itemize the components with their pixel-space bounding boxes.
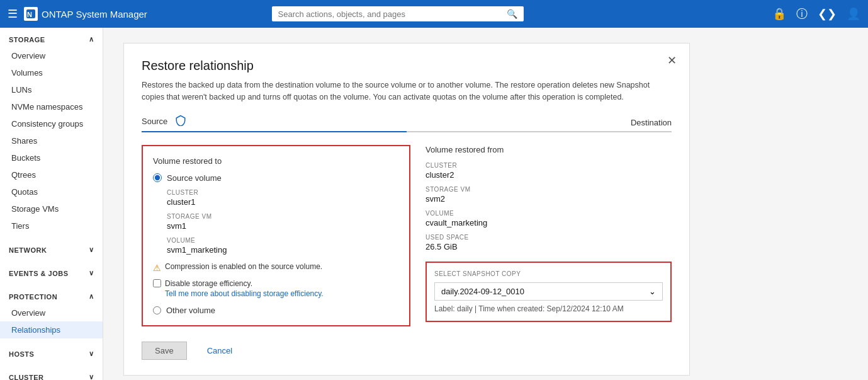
disable-efficiency-checkbox[interactable]: [153, 279, 161, 287]
sidebar-item-storage-vms[interactable]: Storage VMs: [0, 200, 103, 217]
cluster-section: CLUSTER ∨: [0, 366, 103, 380]
sidebar-item-overview[interactable]: Overview: [0, 47, 103, 64]
svg-text:N: N: [27, 11, 32, 18]
sidebar-item-tiers[interactable]: Tiers: [0, 217, 103, 234]
sidebar-item-volumes[interactable]: Volumes: [0, 64, 103, 81]
storage-vm-field-label: STORAGE VM: [167, 213, 399, 220]
other-volume-label: Other volume: [166, 306, 215, 315]
source-destination-row: Source Destination: [142, 115, 672, 132]
user-icon[interactable]: 👤: [847, 7, 860, 21]
other-volume-radio[interactable]: [153, 306, 161, 314]
dialog-title: Restore relationship: [142, 59, 672, 73]
cluster-field-label: CLUSTER: [167, 189, 399, 196]
two-col-layout: Volume restored to Source volume CLUSTER…: [142, 145, 672, 326]
sidebar-item-buckets[interactable]: Buckets: [0, 149, 103, 166]
content-area: ✕ Restore relationship Restores the back…: [103, 28, 868, 380]
events-section-header[interactable]: EVENTS & JOBS ∨: [0, 265, 103, 281]
warning-text: Compression is enabled on the source vol…: [165, 262, 322, 271]
source-volume-option[interactable]: Source volume: [153, 173, 399, 183]
cluster-collapse-icon: ∨: [89, 373, 94, 380]
lock-icon[interactable]: 🔒: [772, 7, 786, 21]
shield-icon: [175, 115, 186, 129]
hosts-section: HOSTS ∨: [0, 342, 103, 366]
storage-collapse-icon: ∧: [89, 35, 94, 43]
protection-label: PROTECTION: [9, 293, 57, 301]
destination-header: Destination: [407, 115, 672, 132]
events-collapse-icon: ∨: [89, 269, 94, 277]
sidebar-item-protection-overview[interactable]: Overview: [0, 304, 103, 321]
sidebar-item-luns[interactable]: LUNs: [0, 81, 103, 98]
search-icon: 🔍: [507, 9, 517, 19]
dest-cluster-label: CLUSTER: [426, 162, 672, 169]
volume-field-value: svm1_marketing: [167, 245, 399, 255]
other-volume-option[interactable]: Other volume: [153, 306, 399, 315]
storage-section-header[interactable]: STORAGE ∧: [0, 32, 103, 47]
tell-me-more-link[interactable]: Tell me more about disabling storage eff…: [165, 289, 399, 298]
source-volume-details: CLUSTER cluster1 STORAGE VM svm1 VOLUME …: [153, 189, 399, 255]
network-section-header[interactable]: NETWORK ∨: [0, 242, 103, 258]
logo-icon: N: [24, 7, 38, 21]
protection-collapse-icon: ∧: [89, 292, 94, 301]
dest-storage-vm-value: svm2: [426, 194, 672, 204]
main-layout: STORAGE ∧ Overview Volumes LUNs NVMe nam…: [0, 28, 868, 380]
snapshot-selected-value: daily.2024-09-12_0010: [441, 287, 524, 296]
storage-section: STORAGE ∧ Overview Volumes LUNs NVMe nam…: [0, 28, 103, 238]
used-space-label: USED SPACE: [426, 234, 672, 241]
app-logo: N ONTAP System Manager: [24, 7, 147, 21]
cluster-section-header[interactable]: CLUSTER ∨: [0, 369, 103, 380]
hosts-section-header[interactable]: HOSTS ∨: [0, 346, 103, 362]
hosts-collapse-icon: ∨: [89, 350, 94, 358]
destination-label: Destination: [631, 118, 672, 127]
network-label: NETWORK: [9, 246, 47, 254]
search-bar[interactable]: 🔍: [272, 6, 524, 21]
cluster-field-value: cluster1: [167, 197, 399, 207]
top-navigation: ☰ N ONTAP System Manager 🔍 🔒 ⓘ ❮❯ 👤: [0, 0, 868, 28]
warning-box: ⚠ Compression is enabled on the source v…: [153, 262, 399, 273]
network-section: NETWORK ∨: [0, 238, 103, 262]
help-icon[interactable]: ⓘ: [796, 6, 808, 21]
sidebar-item-relationships[interactable]: Relationships: [0, 321, 103, 338]
disable-efficiency-row[interactable]: Disable storage efficiency.: [153, 279, 399, 288]
used-space-value: 26.5 GiB: [426, 242, 672, 251]
protection-section: PROTECTION ∧ Overview Relationships: [0, 285, 103, 342]
search-input[interactable]: [278, 9, 503, 19]
source-volume-label: Source volume: [167, 173, 222, 183]
events-section: EVENTS & JOBS ∨: [0, 262, 103, 285]
dest-cluster-value: cluster2: [426, 170, 672, 180]
cancel-button[interactable]: Cancel: [194, 342, 245, 360]
sidebar-item-consistency-groups[interactable]: Consistency groups: [0, 115, 103, 132]
destination-box: Volume restored from CLUSTER cluster2 ST…: [426, 145, 672, 326]
warning-icon: ⚠: [153, 263, 161, 273]
sidebar: STORAGE ∧ Overview Volumes LUNs NVMe nam…: [0, 28, 103, 380]
protection-section-header[interactable]: PROTECTION ∧: [0, 289, 103, 304]
dialog-description: Restores the backed up data from the des…: [142, 79, 672, 103]
nav-right: 🔒 ⓘ ❮❯ 👤: [772, 6, 860, 21]
code-icon[interactable]: ❮❯: [818, 7, 837, 21]
snapshot-select-dropdown[interactable]: daily.2024-09-12_0010 ⌄: [434, 282, 663, 301]
events-label: EVENTS & JOBS: [9, 270, 69, 277]
sidebar-item-qtrees[interactable]: Qtrees: [0, 166, 103, 183]
chevron-down-icon: ⌄: [649, 287, 656, 296]
dest-storage-vm-label: STORAGE VM: [426, 186, 672, 193]
sidebar-item-nvme[interactable]: NVMe namespaces: [0, 98, 103, 115]
nav-left: ☰ N ONTAP System Manager: [8, 7, 147, 21]
hamburger-menu[interactable]: ☰: [8, 7, 18, 21]
source-box: Volume restored to Source volume CLUSTER…: [142, 145, 410, 326]
restore-relationship-dialog: ✕ Restore relationship Restores the back…: [123, 43, 690, 376]
snapshot-info: Label: daily | Time when created: Sep/12…: [434, 304, 663, 313]
source-volume-radio[interactable]: [153, 173, 162, 182]
storage-label: STORAGE: [9, 36, 45, 43]
storage-vm-field-value: svm1: [167, 221, 399, 231]
sidebar-item-shares[interactable]: Shares: [0, 132, 103, 149]
close-button[interactable]: ✕: [667, 54, 677, 67]
app-title: ONTAP System Manager: [42, 9, 147, 20]
snapshot-section: SELECT SNAPSHOT COPY daily.2024-09-12_00…: [426, 262, 672, 322]
sidebar-item-quotas[interactable]: Quotas: [0, 183, 103, 200]
source-header: Source: [142, 115, 407, 132]
save-button[interactable]: Save: [142, 342, 187, 360]
volume-restored-from-title: Volume restored from: [426, 145, 672, 154]
cluster-label: CLUSTER: [9, 374, 43, 381]
source-label: Source: [142, 117, 167, 126]
volume-restored-to-title: Volume restored to: [153, 156, 399, 166]
volume-field-label: VOLUME: [167, 237, 399, 244]
